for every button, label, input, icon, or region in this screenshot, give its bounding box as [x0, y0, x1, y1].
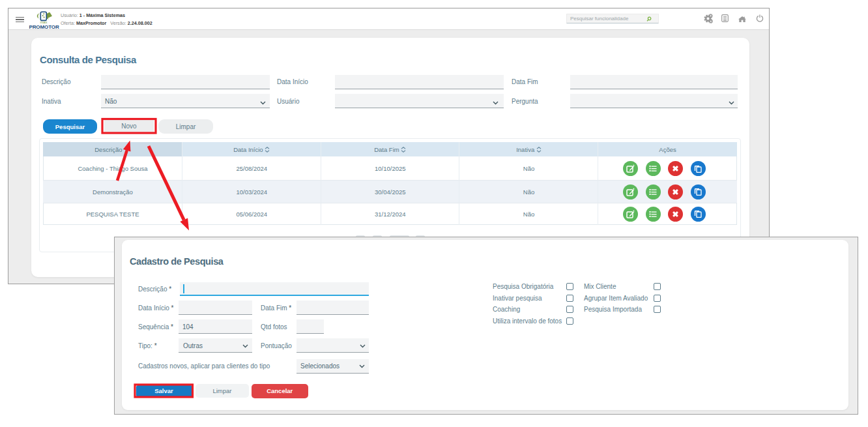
svg-text:PROMOTOR: PROMOTOR — [29, 24, 59, 30]
